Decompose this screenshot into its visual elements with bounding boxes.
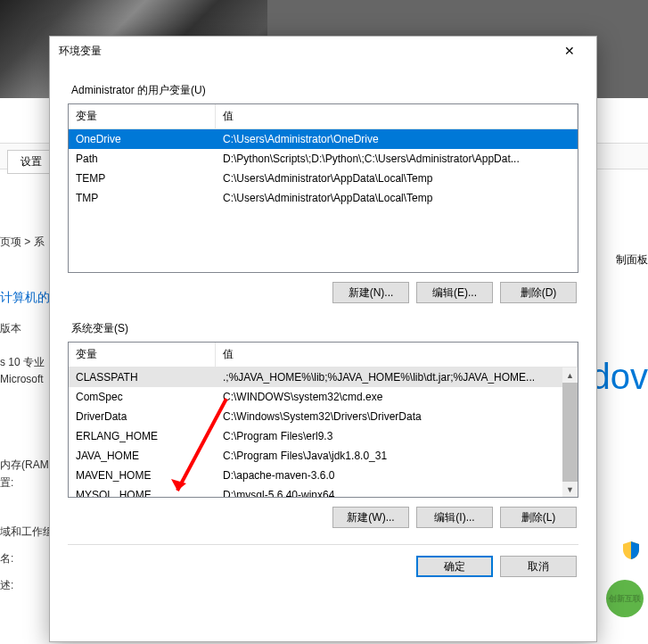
col-name-header[interactable]: 变量 [69, 343, 216, 367]
var-name-cell: ComSpec [69, 389, 216, 405]
brand-logo: 创新互联 [606, 580, 644, 617]
ok-button[interactable]: 确定 [416, 556, 493, 577]
sys-table-row[interactable]: ComSpecC:\WINDOWS\system32\cmd.exe [69, 387, 578, 407]
col-value-header[interactable]: 值 [216, 343, 578, 367]
scroll-up-button[interactable]: ▲ [562, 367, 578, 383]
behind-zhi-label: 置: [0, 475, 13, 491]
scroll-down-button[interactable]: ▼ [562, 482, 578, 497]
var-name-cell: OneDrive [69, 131, 216, 147]
env-vars-dialog: 环境变量 ✕ Administrator 的用户变量(U) 变量 值 OneDr… [49, 36, 597, 642]
cancel-button[interactable]: 取消 [500, 556, 577, 577]
close-button[interactable]: ✕ [552, 38, 587, 63]
var-value-cell: D:\Python\Scripts\;D:\Python\;C:\Users\A… [216, 151, 578, 167]
var-value-cell: C:\Windows\System32\Drivers\DriverData [216, 409, 578, 425]
behind-ram-label: 内存(RAM [0, 458, 49, 473]
dialog-title: 环境变量 [59, 44, 552, 59]
behind-windows-logo-text: dov [591, 357, 649, 397]
behind-version-label: 版本 [0, 321, 21, 336]
col-value-header[interactable]: 值 [216, 104, 578, 128]
var-value-cell: C:\Program Files\erl9.3 [216, 428, 578, 444]
var-name-cell: MYSQL_HOME [69, 487, 216, 498]
dialog-titlebar: 环境变量 ✕ [50, 37, 596, 65]
sys-edit-button[interactable]: 编辑(I)... [416, 507, 493, 528]
var-value-cell: C:\Users\Administrator\AppData\Local\Tem… [216, 170, 578, 186]
sys-table-row[interactable]: MYSQL_HOMED:\mysql-5.6.40-winx64 [69, 485, 578, 498]
behind-name-label: 名: [0, 551, 13, 566]
col-name-header[interactable]: 变量 [69, 104, 216, 128]
user-table-row[interactable]: TEMPC:\Users\Administrator\AppData\Local… [69, 169, 578, 188]
sys-table-row[interactable]: JAVA_HOMEC:\Program Files\Java\jdk1.8.0_… [69, 446, 578, 466]
sys-delete-button[interactable]: 删除(L) [500, 507, 577, 528]
sys-table-row[interactable]: DriverDataC:\Windows\System32\Drivers\Dr… [69, 407, 578, 426]
var-value-cell: C:\Users\Administrator\OneDrive [216, 131, 578, 147]
user-new-button[interactable]: 新建(N)... [332, 282, 409, 303]
user-table-header: 变量 值 [69, 104, 578, 129]
user-table-row[interactable]: PathD:\Python\Scripts\;D:\Python\;C:\Use… [69, 149, 578, 169]
sys-scrollbar-thumb[interactable] [562, 383, 578, 485]
var-value-cell: D:\apache-maven-3.6.0 [216, 467, 578, 483]
behind-breadcrumb: 页项 > 系 [0, 235, 45, 250]
var-name-cell: JAVA_HOME [69, 448, 216, 464]
var-name-cell: DriverData [69, 409, 216, 425]
user-table-row[interactable]: OneDriveC:\Users\Administrator\OneDrive [69, 129, 578, 149]
sys-vars-table[interactable]: 变量 值 CLASSPATH.;%JAVA_HOME%\lib;%JAVA_HO… [68, 342, 578, 498]
user-vars-label: Administrator 的用户变量(U) [71, 83, 578, 98]
behind-win10-label: s 10 专业 [0, 355, 45, 370]
behind-microsoft-label: Microsoft [0, 373, 44, 385]
sys-table-row[interactable]: ERLANG_HOMEC:\Program Files\erl9.3 [69, 426, 578, 446]
var-value-cell: D:\mysql-5.6.40-winx64 [216, 487, 578, 498]
var-name-cell: ERLANG_HOME [69, 428, 216, 444]
var-name-cell: MAVEN_HOME [69, 467, 216, 483]
behind-computer-link[interactable]: 计算机的 [0, 290, 50, 306]
behind-workgroup-label: 域和工作组 [0, 524, 53, 540]
sys-vars-label: 系统变量(S) [71, 321, 578, 336]
user-vars-table[interactable]: 变量 值 OneDriveC:\Users\Administrator\OneD… [68, 103, 578, 273]
behind-tab-settings[interactable]: 设置 [7, 150, 55, 174]
sys-new-button[interactable]: 新建(W)... [332, 507, 409, 528]
user-table-row[interactable]: TMPC:\Users\Administrator\AppData\Local\… [69, 188, 578, 208]
user-delete-button[interactable]: 删除(D) [500, 282, 577, 303]
var-name-cell: TEMP [69, 170, 216, 186]
var-value-cell: .;%JAVA_HOME%\lib;%JAVA_HOME%\lib\dt.jar… [216, 369, 578, 385]
user-edit-button[interactable]: 编辑(E)... [416, 282, 493, 303]
var-value-cell: C:\Program Files\Java\jdk1.8.0_31 [216, 448, 578, 464]
sys-table-header: 变量 值 [69, 343, 578, 367]
behind-desc-label: 述: [0, 578, 13, 593]
var-name-cell: Path [69, 151, 216, 167]
behind-control-panel-label: 制面板 [616, 252, 648, 268]
var-name-cell: TMP [69, 190, 216, 206]
sys-table-row[interactable]: MAVEN_HOMED:\apache-maven-3.6.0 [69, 466, 578, 485]
shield-icon [623, 541, 639, 559]
footer-separator [68, 544, 578, 545]
var-value-cell: C:\WINDOWS\system32\cmd.exe [216, 389, 578, 405]
var-value-cell: C:\Users\Administrator\AppData\Local\Tem… [216, 190, 578, 206]
sys-table-row[interactable]: CLASSPATH.;%JAVA_HOME%\lib;%JAVA_HOME%\l… [69, 367, 578, 387]
var-name-cell: CLASSPATH [69, 369, 216, 385]
